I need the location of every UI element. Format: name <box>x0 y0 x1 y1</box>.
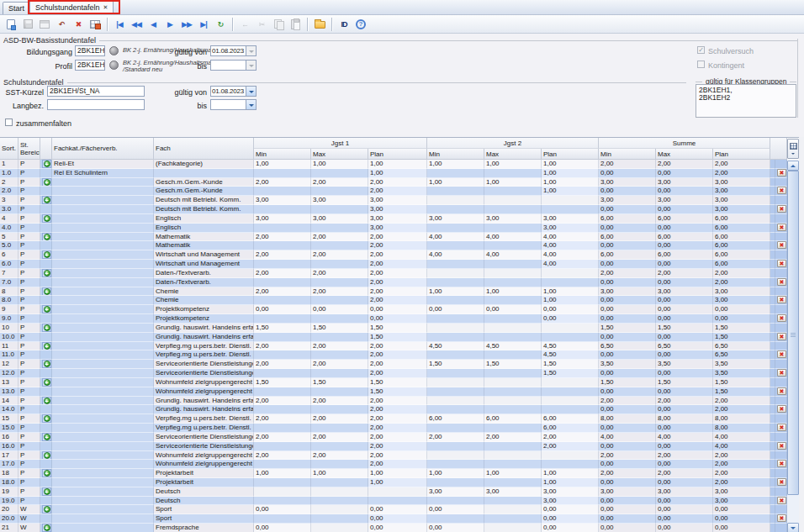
delete-row-button[interactable]: ✖ <box>777 296 786 303</box>
cell-jgst2-min[interactable]: 1,50 <box>427 360 484 369</box>
cell-sort[interactable]: 8.0 <box>0 296 19 305</box>
cell-bereich[interactable]: P <box>19 287 40 297</box>
scrollbar-thumb[interactable] <box>787 171 799 495</box>
delete-record-icon[interactable]: ✖ <box>71 17 86 32</box>
cell-summe-plan[interactable]: 2,00 <box>713 397 770 406</box>
cell-jgst2-plan[interactable]: 1,00 <box>542 287 599 297</box>
cell-bereich[interactable]: P <box>19 269 40 278</box>
cell-fach[interactable]: Mathematik <box>154 241 254 250</box>
zusammenfalten-checkbox[interactable] <box>5 119 13 126</box>
sst-bis-select[interactable] <box>210 99 257 110</box>
cell-jgst1-min[interactable] <box>254 460 311 469</box>
cell-delete[interactable]: ✖ <box>775 169 787 178</box>
cell-jgst1-min[interactable]: 2,00 <box>254 287 311 297</box>
cell-sort[interactable]: 16.0 <box>0 442 19 451</box>
cell-summe-plan[interactable]: 3,50 <box>713 360 770 369</box>
cell-add[interactable]: + <box>40 287 52 297</box>
cell-jgst2-plan[interactable] <box>542 205 599 214</box>
cell-summe-plan[interactable]: 6,00 <box>713 214 770 224</box>
cell-jgst2-min[interactable]: 3,00 <box>427 487 484 497</box>
cell-sort[interactable]: 21 <box>0 524 19 532</box>
cell-delete[interactable]: ✖ <box>775 478 787 487</box>
cell-fach[interactable]: (Fachkategorie) <box>154 160 254 169</box>
cell-sort[interactable]: 17.0 <box>0 460 19 469</box>
cell-add[interactable]: + <box>40 269 52 278</box>
cell-summe-min[interactable]: 0,00 <box>599 369 656 378</box>
cell-summe-min[interactable]: 3,00 <box>599 196 656 205</box>
cell-jgst1-max[interactable]: 1,00 <box>311 469 368 478</box>
cell-jgst2-min[interactable] <box>427 460 484 469</box>
cell-jgst2-max[interactable]: 1,00 <box>484 178 542 187</box>
cell-jgst1-min[interactable] <box>254 387 311 397</box>
cell-add[interactable] <box>40 314 52 324</box>
cell-jgst1-min[interactable]: 1,00 <box>254 469 311 478</box>
cell-jgst1-max[interactable] <box>311 187 368 196</box>
cell-add[interactable]: + <box>40 524 52 532</box>
cell-jgst2-max[interactable]: 4,00 <box>484 250 542 260</box>
cell-sort[interactable]: 18.0 <box>0 478 19 487</box>
cell-summe-max[interactable]: 0,00 <box>656 333 713 342</box>
cell-jgst2-plan[interactable]: 0,00 <box>542 314 599 324</box>
cell-jgst2-min[interactable] <box>427 350 484 360</box>
cell-bereich[interactable]: P <box>19 433 40 442</box>
cell-jgst2-max[interactable]: 6,00 <box>484 414 542 424</box>
cell-add[interactable]: + <box>40 324 52 333</box>
cell-fachkat[interactable] <box>52 324 154 333</box>
cell-jgst2-min[interactable]: 1,00 <box>427 160 484 169</box>
cell-summe-plan[interactable]: 6,00 <box>713 250 770 260</box>
help-icon[interactable]: ? <box>353 17 368 32</box>
cell-jgst2-max[interactable]: 1,00 <box>484 287 542 297</box>
cell-jgst2-plan[interactable]: 1,00 <box>542 469 599 478</box>
tab-schulstundentafeln[interactable]: Schulstundentafeln ✕ <box>29 0 114 14</box>
cell-summe-plan[interactable]: 3,00 <box>713 287 770 297</box>
cell-summe-max[interactable]: 0,00 <box>656 350 713 360</box>
cell-delete[interactable] <box>775 342 787 351</box>
cell-bereich[interactable]: P <box>19 224 40 233</box>
cell-jgst1-max[interactable] <box>311 387 368 397</box>
cell-jgst1-min[interactable] <box>254 296 311 305</box>
cell-fach[interactable]: Sport <box>154 514 254 524</box>
cell-add[interactable] <box>40 350 52 360</box>
cell-jgst1-plan[interactable]: 3,00 <box>368 214 427 224</box>
refresh-icon[interactable]: ↻ <box>213 17 228 32</box>
cell-sort[interactable]: 7 <box>0 269 19 278</box>
cell-summe-plan[interactable]: 2,00 <box>713 451 770 461</box>
cell-summe-min[interactable]: 0,00 <box>599 278 656 287</box>
cell-fach[interactable]: Englisch <box>154 224 254 233</box>
cell-jgst2-max[interactable] <box>484 405 542 414</box>
cell-summe-max[interactable]: 0,00 <box>656 387 713 397</box>
cell-fachkat[interactable] <box>52 187 154 196</box>
cell-jgst2-plan[interactable] <box>542 278 599 287</box>
cell-fachkat[interactable] <box>52 460 154 469</box>
cell-bereich[interactable]: P <box>19 250 40 260</box>
cell-bereich[interactable]: P <box>19 324 40 333</box>
chevron-down-icon[interactable] <box>246 87 256 96</box>
cell-jgst1-min[interactable]: 2,00 <box>254 414 311 424</box>
cell-jgst1-plan[interactable]: 2,00 <box>368 350 427 360</box>
cell-fachkat[interactable] <box>52 260 154 269</box>
add-button[interactable]: + <box>42 342 51 350</box>
cell-jgst1-plan[interactable]: 2,00 <box>368 424 427 433</box>
cell-jgst2-plan[interactable]: 0,00 <box>542 305 599 314</box>
column-header-fach[interactable]: Fach <box>154 138 254 160</box>
cell-delete[interactable] <box>775 324 787 333</box>
cell-fachkat[interactable] <box>52 433 154 442</box>
cell-jgst2-plan[interactable]: 3,00 <box>542 487 599 497</box>
cell-add[interactable]: + <box>40 487 52 497</box>
cell-summe-min[interactable]: 0,00 <box>599 305 656 314</box>
cell-jgst1-min[interactable] <box>254 241 311 250</box>
cell-summe-plan[interactable]: 2,00 <box>713 469 770 478</box>
cell-summe-max[interactable]: 0,00 <box>656 497 713 506</box>
add-button[interactable]: + <box>42 269 51 277</box>
cell-summe-max[interactable]: 0,00 <box>656 524 713 532</box>
cell-summe-min[interactable]: 2,00 <box>599 160 656 169</box>
cell-summe-plan[interactable]: 3,50 <box>713 369 770 378</box>
cell-summe-plan[interactable]: 8,00 <box>713 414 770 424</box>
add-button[interactable]: + <box>42 287 51 296</box>
cell-fachkat[interactable]: Rel Et Schulintern <box>52 169 154 178</box>
nav-next-page-icon[interactable]: ▶▶ <box>179 17 194 32</box>
cell-summe-min[interactable]: 2,00 <box>599 469 656 478</box>
cell-bereich[interactable]: P <box>19 469 40 478</box>
cell-jgst2-min[interactable]: 1,00 <box>427 178 484 187</box>
cell-sort[interactable]: 12.0 <box>0 369 19 378</box>
